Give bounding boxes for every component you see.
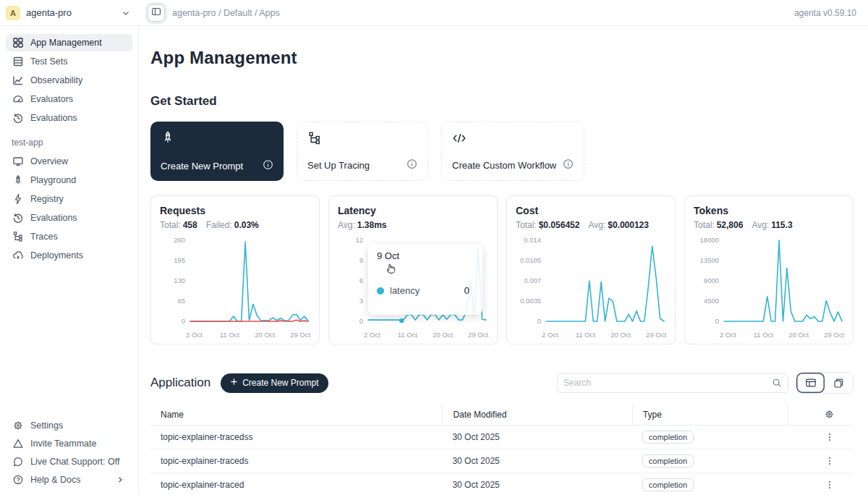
sidebar-item-traces[interactable]: Traces	[6, 228, 132, 245]
svg-text:11 Oct: 11 Oct	[754, 331, 774, 339]
workspace-switcher[interactable]: A agenta-pro	[0, 6, 139, 20]
cost-line-chart[interactable]: 00.00350.0070.01050.0142 Oct11 Oct20 Oct…	[516, 233, 668, 342]
sidebar-item-label: Traces	[30, 232, 58, 242]
sidebar-item-app-management[interactable]: App Management	[6, 34, 132, 51]
sidebar-item-label: Deployments	[30, 250, 83, 261]
series-dot-icon	[377, 287, 384, 295]
row-menu-button[interactable]	[825, 456, 835, 466]
info-icon[interactable]	[563, 158, 574, 172]
header-type[interactable]: Type	[632, 404, 787, 425]
app-version: agenta v0.59.10	[794, 8, 856, 18]
stat-label: Total:	[516, 220, 537, 230]
sidebar-item-evaluators[interactable]: Evaluators	[6, 90, 132, 108]
svg-text:0.007: 0.007	[524, 276, 541, 284]
table-row[interactable]: topic-explainer-traced 30 Oct 2025 compl…	[150, 473, 854, 495]
info-icon[interactable]	[263, 159, 273, 172]
type-badge: completion	[642, 431, 694, 444]
svg-text:29 Oct: 29 Oct	[646, 331, 666, 339]
svg-text:0.0035: 0.0035	[520, 297, 541, 305]
get-started-title: Get Started	[150, 94, 854, 109]
sidebar-item-label: Overview	[30, 156, 68, 166]
sidebar-item-settings[interactable]: Settings	[6, 417, 132, 434]
chevron-down-icon	[122, 9, 130, 17]
table-view-button[interactable]	[796, 373, 825, 393]
search-input[interactable]	[563, 378, 772, 388]
get-started-cards: Create New Prompt Set Up Tracing	[150, 122, 854, 181]
sidebar-item-label: Evaluators	[30, 94, 73, 104]
chart-title: Cost	[516, 205, 668, 216]
create-new-prompt-button[interactable]: Create New Prompt	[221, 373, 328, 393]
view-toggle-group	[796, 372, 854, 394]
svg-text:2 Oct: 2 Oct	[364, 331, 380, 339]
sidebar-item-help-docs[interactable]: Help & Docs	[6, 471, 132, 488]
table-row[interactable]: topic-explainer-traceds 30 Oct 2025 comp…	[150, 449, 854, 473]
tooltip-date: 9 Oct	[377, 250, 474, 261]
stat-label: Avg:	[752, 220, 769, 230]
stat-label: Total:	[694, 220, 715, 230]
search-box	[557, 373, 788, 393]
main-content: App Management Get Started Create New Pr…	[139, 26, 868, 495]
sidebar-collapse-button[interactable]	[148, 4, 165, 22]
code-icon	[452, 131, 467, 145]
svg-text:11 Oct: 11 Oct	[398, 331, 418, 339]
triangle-icon	[12, 438, 24, 449]
sidebar-item-live-chat-support[interactable]: Live Chat Support: Off	[6, 453, 132, 470]
sidebar-item-label: Invite Teammate	[30, 439, 96, 449]
svg-text:65: 65	[177, 297, 185, 305]
svg-text:4500: 4500	[704, 297, 719, 305]
svg-text:13500: 13500	[700, 256, 719, 264]
table-header-row: Name Date Modified Type	[150, 404, 854, 426]
stat-label: Total:	[160, 220, 181, 230]
chart-title: Latency	[338, 205, 490, 216]
svg-text:2 Oct: 2 Oct	[720, 331, 736, 339]
chart-title: Requests	[160, 205, 312, 216]
search-icon[interactable]	[772, 378, 782, 388]
sidebar-item-observability[interactable]: Observability	[6, 72, 132, 89]
svg-text:20 Oct: 20 Oct	[788, 331, 809, 339]
app-name: topic-explainer-traced	[150, 480, 442, 490]
app-name: topic-explainer-tracedss	[150, 432, 442, 442]
header-name[interactable]: Name	[150, 410, 442, 420]
sidebar-item-test-sets[interactable]: Test Sets	[6, 53, 132, 70]
svg-text:0: 0	[182, 317, 185, 325]
sidebar-item-registry[interactable]: Registry	[6, 190, 132, 208]
svg-text:3: 3	[359, 297, 363, 305]
kebab-icon	[825, 480, 835, 490]
svg-text:29 Oct: 29 Oct	[468, 331, 488, 339]
row-menu-button[interactable]	[825, 432, 835, 442]
sidebar-item-playground[interactable]: Playground	[6, 172, 132, 189]
sidebar-item-evaluations-project[interactable]: Evaluations	[6, 209, 132, 227]
tooltip-series-name: latency	[390, 285, 420, 296]
app-name: topic-explainer-traceds	[150, 456, 442, 466]
row-menu-button[interactable]	[825, 480, 835, 490]
stat-value: 0.03%	[234, 220, 259, 230]
sidebar-item-overview[interactable]: Overview	[6, 153, 132, 170]
breadcrumb[interactable]: agenta-pro / Default / Apps	[172, 8, 280, 18]
svg-text:2 Oct: 2 Oct	[186, 331, 203, 339]
tree-structure-icon	[307, 131, 322, 145]
svg-text:6: 6	[359, 276, 363, 284]
sidebar-item-evaluations[interactable]: Evaluations	[6, 109, 132, 127]
column-settings-button[interactable]	[824, 409, 835, 420]
set-up-tracing-card[interactable]: Set Up Tracing	[297, 122, 428, 181]
create-new-prompt-card[interactable]: Create New Prompt	[150, 122, 284, 181]
chat-icon	[12, 456, 24, 468]
squares-four-icon	[12, 37, 24, 48]
header-date-modified[interactable]: Date Modified	[442, 404, 631, 425]
info-icon[interactable]	[407, 158, 417, 172]
chevron-right-icon	[114, 476, 126, 483]
requests-line-chart[interactable]: 0651301952602 Oct11 Oct20 Oct29 Oct	[160, 233, 312, 342]
workspace-name: agenta-pro	[26, 7, 72, 18]
app-date: 30 Oct 2025	[442, 456, 631, 466]
create-custom-workflow-card[interactable]: Create Custom Workflow	[441, 122, 584, 181]
stat-value: 458	[183, 220, 197, 230]
card-view-button[interactable]	[825, 373, 853, 393]
tokens-line-chart[interactable]: 04500900013500180002 Oct11 Oct20 Oct29 O…	[694, 233, 846, 342]
sidebar-item-label: Observability	[30, 75, 82, 85]
sidebar-item-deployments[interactable]: Deployments	[6, 247, 132, 264]
stat-value: $0.056452	[539, 220, 580, 230]
tooltip-series-value: 0	[464, 285, 469, 296]
sidebar: App Management Test Sets Observability E…	[0, 26, 139, 495]
table-row[interactable]: topic-explainer-tracedss 30 Oct 2025 com…	[150, 426, 854, 449]
sidebar-item-invite-teammate[interactable]: Invite Teammate	[6, 435, 132, 452]
